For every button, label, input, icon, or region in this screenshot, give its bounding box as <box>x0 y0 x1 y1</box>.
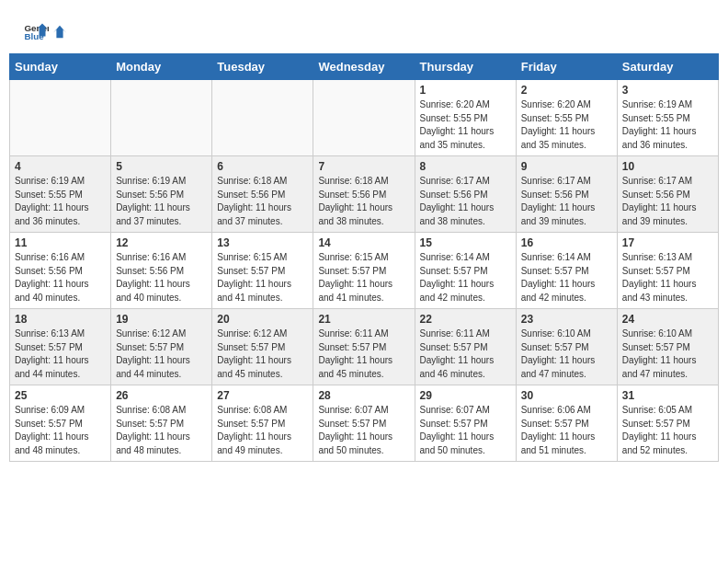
day-number: 8 <box>420 160 511 173</box>
svg-marker-3 <box>53 26 66 39</box>
calendar-cell: 30Sunrise: 6:06 AM Sunset: 5:57 PM Dayli… <box>516 385 617 462</box>
day-number: 31 <box>622 389 713 402</box>
calendar-cell: 29Sunrise: 6:07 AM Sunset: 5:57 PM Dayli… <box>415 385 516 462</box>
day-info: Sunrise: 6:07 AM Sunset: 5:57 PM Dayligh… <box>420 404 511 457</box>
calendar-cell: 9Sunrise: 6:17 AM Sunset: 5:56 PM Daylig… <box>516 156 617 233</box>
calendar-cell: 12Sunrise: 6:16 AM Sunset: 5:56 PM Dayli… <box>111 233 212 309</box>
calendar-cell: 10Sunrise: 6:17 AM Sunset: 5:56 PM Dayli… <box>617 156 718 233</box>
day-number: 18 <box>15 313 106 326</box>
day-info: Sunrise: 6:10 AM Sunset: 5:57 PM Dayligh… <box>622 327 713 381</box>
calendar-week-row: 18Sunrise: 6:13 AM Sunset: 5:57 PM Dayli… <box>10 309 719 385</box>
day-number: 23 <box>521 313 612 326</box>
day-info: Sunrise: 6:11 AM Sunset: 5:57 PM Dayligh… <box>420 327 511 381</box>
day-info: Sunrise: 6:15 AM Sunset: 5:57 PM Dayligh… <box>217 251 308 304</box>
calendar-cell: 5Sunrise: 6:19 AM Sunset: 5:56 PM Daylig… <box>111 156 212 233</box>
day-info: Sunrise: 6:10 AM Sunset: 5:57 PM Dayligh… <box>521 327 612 381</box>
day-number: 12 <box>116 236 207 249</box>
day-number: 13 <box>217 236 308 249</box>
day-number: 17 <box>622 236 713 249</box>
day-number: 16 <box>521 236 612 249</box>
day-number: 22 <box>420 313 511 326</box>
day-info: Sunrise: 6:18 AM Sunset: 5:56 PM Dayligh… <box>217 175 308 228</box>
day-number: 19 <box>116 313 207 326</box>
weekday-header-saturday: Saturday <box>617 54 718 80</box>
day-number: 11 <box>15 236 106 249</box>
weekday-header-sunday: Sunday <box>10 54 111 80</box>
calendar-cell: 28Sunrise: 6:07 AM Sunset: 5:57 PM Dayli… <box>313 385 415 462</box>
calendar-cell: 4Sunrise: 6:19 AM Sunset: 5:55 PM Daylig… <box>10 156 111 233</box>
day-info: Sunrise: 6:06 AM Sunset: 5:57 PM Dayligh… <box>521 404 612 457</box>
day-info: Sunrise: 6:19 AM Sunset: 5:55 PM Dayligh… <box>15 175 106 228</box>
calendar-cell: 18Sunrise: 6:13 AM Sunset: 5:57 PM Dayli… <box>10 309 111 385</box>
calendar-cell: 20Sunrise: 6:12 AM Sunset: 5:57 PM Dayli… <box>212 309 313 385</box>
weekday-header-row: SundayMondayTuesdayWednesdayThursdayFrid… <box>10 54 719 80</box>
day-info: Sunrise: 6:12 AM Sunset: 5:57 PM Dayligh… <box>116 327 207 381</box>
day-number: 4 <box>15 160 106 173</box>
calendar-cell: 16Sunrise: 6:14 AM Sunset: 5:57 PM Dayli… <box>516 233 617 309</box>
day-number: 5 <box>116 160 207 173</box>
day-number: 15 <box>420 236 511 249</box>
calendar-cell: 25Sunrise: 6:09 AM Sunset: 5:57 PM Dayli… <box>10 385 111 462</box>
day-info: Sunrise: 6:14 AM Sunset: 5:57 PM Dayligh… <box>521 251 612 304</box>
page-header: General Blue <box>9 9 719 49</box>
day-info: Sunrise: 6:17 AM Sunset: 5:56 PM Dayligh… <box>521 175 612 228</box>
day-info: Sunrise: 6:13 AM Sunset: 5:57 PM Dayligh… <box>15 327 106 381</box>
day-number: 26 <box>116 389 207 402</box>
calendar-week-row: 11Sunrise: 6:16 AM Sunset: 5:56 PM Dayli… <box>10 233 719 309</box>
day-info: Sunrise: 6:07 AM Sunset: 5:57 PM Dayligh… <box>318 404 409 457</box>
day-info: Sunrise: 6:18 AM Sunset: 5:56 PM Dayligh… <box>318 175 409 228</box>
calendar-cell <box>313 80 415 156</box>
calendar-cell: 21Sunrise: 6:11 AM Sunset: 5:57 PM Dayli… <box>313 309 415 385</box>
weekday-header-friday: Friday <box>516 54 617 80</box>
day-number: 29 <box>420 389 511 402</box>
day-info: Sunrise: 6:11 AM Sunset: 5:57 PM Dayligh… <box>318 327 409 381</box>
day-number: 25 <box>15 389 106 402</box>
calendar-cell: 6Sunrise: 6:18 AM Sunset: 5:56 PM Daylig… <box>212 156 313 233</box>
calendar-table: SundayMondayTuesdayWednesdayThursdayFrid… <box>9 53 719 462</box>
calendar-cell: 23Sunrise: 6:10 AM Sunset: 5:57 PM Dayli… <box>516 309 617 385</box>
day-info: Sunrise: 6:13 AM Sunset: 5:57 PM Dayligh… <box>622 251 713 304</box>
weekday-header-thursday: Thursday <box>415 54 516 80</box>
day-number: 20 <box>217 313 308 326</box>
calendar-cell: 13Sunrise: 6:15 AM Sunset: 5:57 PM Dayli… <box>212 233 313 309</box>
day-number: 14 <box>318 236 409 249</box>
day-number: 7 <box>318 160 409 173</box>
weekday-header-wednesday: Wednesday <box>313 54 415 80</box>
logo-icon: General Blue <box>23 18 49 44</box>
svg-text:Blue: Blue <box>24 31 44 41</box>
day-info: Sunrise: 6:17 AM Sunset: 5:56 PM Dayligh… <box>622 175 713 228</box>
day-number: 10 <box>622 160 713 173</box>
calendar-cell: 11Sunrise: 6:16 AM Sunset: 5:56 PM Dayli… <box>10 233 111 309</box>
calendar-cell: 8Sunrise: 6:17 AM Sunset: 5:56 PM Daylig… <box>415 156 516 233</box>
day-number: 30 <box>521 389 612 402</box>
logo-chevron-icon <box>51 23 68 40</box>
day-info: Sunrise: 6:12 AM Sunset: 5:57 PM Dayligh… <box>217 327 308 381</box>
day-info: Sunrise: 6:09 AM Sunset: 5:57 PM Dayligh… <box>15 404 106 457</box>
calendar-week-row: 4Sunrise: 6:19 AM Sunset: 5:55 PM Daylig… <box>10 156 719 233</box>
weekday-header-monday: Monday <box>111 54 212 80</box>
calendar-cell: 26Sunrise: 6:08 AM Sunset: 5:57 PM Dayli… <box>111 385 212 462</box>
day-number: 9 <box>521 160 612 173</box>
day-info: Sunrise: 6:16 AM Sunset: 5:56 PM Dayligh… <box>15 251 106 304</box>
calendar-cell <box>111 80 212 156</box>
calendar-cell: 24Sunrise: 6:10 AM Sunset: 5:57 PM Dayli… <box>617 309 718 385</box>
day-number: 24 <box>622 313 713 326</box>
day-number: 2 <box>521 84 612 97</box>
day-info: Sunrise: 6:05 AM Sunset: 5:57 PM Dayligh… <box>622 404 713 457</box>
calendar-cell: 3Sunrise: 6:19 AM Sunset: 5:55 PM Daylig… <box>617 80 718 156</box>
day-info: Sunrise: 6:08 AM Sunset: 5:57 PM Dayligh… <box>116 404 207 457</box>
calendar-cell: 15Sunrise: 6:14 AM Sunset: 5:57 PM Dayli… <box>415 233 516 309</box>
day-info: Sunrise: 6:08 AM Sunset: 5:57 PM Dayligh… <box>217 404 308 457</box>
day-number: 3 <box>622 84 713 97</box>
calendar-week-row: 1Sunrise: 6:20 AM Sunset: 5:55 PM Daylig… <box>10 80 719 156</box>
weekday-header-tuesday: Tuesday <box>212 54 313 80</box>
day-info: Sunrise: 6:15 AM Sunset: 5:57 PM Dayligh… <box>318 251 409 304</box>
calendar-cell: 17Sunrise: 6:13 AM Sunset: 5:57 PM Dayli… <box>617 233 718 309</box>
calendar-cell: 14Sunrise: 6:15 AM Sunset: 5:57 PM Dayli… <box>313 233 415 309</box>
day-number: 27 <box>217 389 308 402</box>
calendar-cell <box>212 80 313 156</box>
calendar-cell <box>10 80 111 156</box>
calendar-cell: 27Sunrise: 6:08 AM Sunset: 5:57 PM Dayli… <box>212 385 313 462</box>
logo: General Blue <box>23 18 69 44</box>
calendar-cell: 1Sunrise: 6:20 AM Sunset: 5:55 PM Daylig… <box>415 80 516 156</box>
